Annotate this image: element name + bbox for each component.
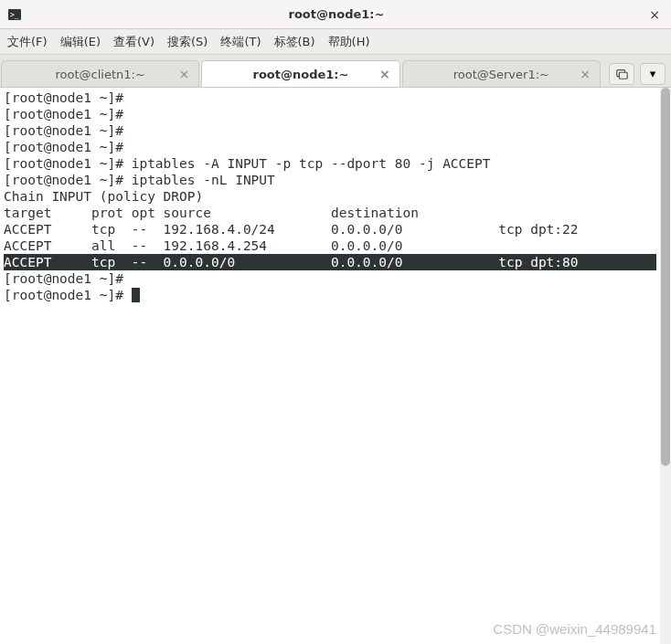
menubar: 文件(F) 编辑(E) 查看(V) 搜索(S) 终端(T) 标签(B) 帮助(H… [0,29,671,55]
window-title: root@node1:~ [27,7,645,21]
menu-tabs[interactable]: 标签(B) [274,34,315,50]
scrollbar-thumb[interactable] [661,88,670,466]
menu-file[interactable]: 文件(F) [7,34,48,50]
new-tab-button[interactable] [609,63,634,85]
tab-label: root@clietn1:~ [56,68,145,81]
chevron-down-icon: ▾ [650,67,656,80]
scrollbar-vertical[interactable] [660,88,671,644]
tab-node1[interactable]: root@node1:~ × [201,60,399,87]
tab-label: root@Server1:~ [453,68,549,81]
tab-label: root@node1:~ [253,68,349,81]
svg-text:>_: >_ [10,11,19,19]
tab-clietn1[interactable]: root@clietn1:~ × [1,60,199,87]
terminal-output[interactable]: [root@node1 ~]# [root@node1 ~]# [root@no… [0,88,660,644]
menu-edit[interactable]: 编辑(E) [60,34,101,50]
tab-menu-button[interactable]: ▾ [640,63,666,85]
window-titlebar: >_ root@node1:~ × [0,0,671,29]
tab-actions: ▾ [602,60,671,87]
menu-view[interactable]: 查看(V) [113,34,154,50]
tab-close-icon[interactable]: × [379,67,390,81]
tab-bar: root@clietn1:~ × root@node1:~ × root@Ser… [0,55,671,88]
tab-close-icon[interactable]: × [179,67,190,81]
new-tab-icon [615,68,628,80]
terminal-app-icon: >_ [7,7,22,22]
window-close-button[interactable]: × [645,5,664,24]
tab-server1[interactable]: root@Server1:~ × [402,60,601,87]
terminal-pane: [root@node1 ~]# [root@node1 ~]# [root@no… [0,88,671,644]
menu-help[interactable]: 帮助(H) [328,34,370,50]
svg-rect-3 [619,72,627,79]
menu-search[interactable]: 搜索(S) [167,34,208,50]
menu-terminal[interactable]: 终端(T) [220,34,261,50]
tab-close-icon[interactable]: × [580,67,591,81]
